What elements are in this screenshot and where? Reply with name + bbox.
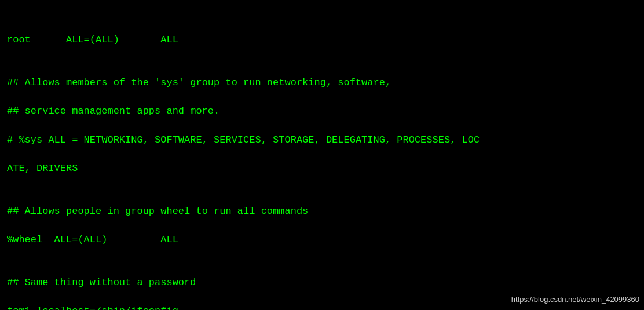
terminal-line: ATE, DRIVERS — [7, 162, 637, 176]
terminal-line: ## Allows people in group wheel to run a… — [7, 205, 637, 219]
terminal-line: ## service management apps and more. — [7, 104, 637, 119]
terminal-line: root ALL=(ALL) ALL — [7, 33, 637, 48]
terminal-text: root ALL=(ALL) ALL## Allows members of t… — [7, 5, 637, 310]
terminal-line: # %sys ALL = NETWORKING, SOFTWARE, SERVI… — [7, 133, 637, 148]
terminal-window: root ALL=(ALL) ALL## Allows members of t… — [0, 0, 644, 310]
terminal-line: %wheel ALL=(ALL) ALL — [7, 233, 637, 247]
watermark: https://blog.csdn.net/weixin_42099360 — [511, 294, 639, 305]
terminal-line: ## Allows members of the 'sys' group to … — [7, 76, 637, 90]
terminal-line: ## Same thing without a password — [7, 276, 637, 290]
